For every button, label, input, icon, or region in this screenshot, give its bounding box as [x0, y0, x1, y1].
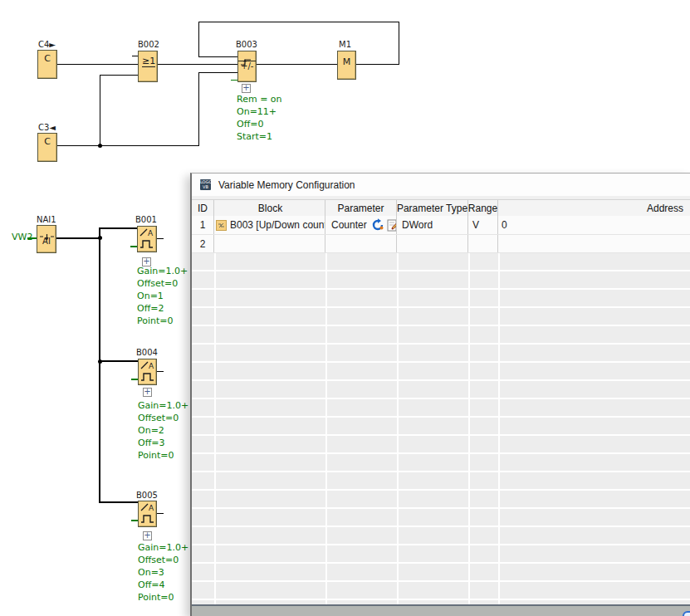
wire [57, 64, 138, 65]
wire [257, 64, 337, 65]
svg-text:A: A [148, 229, 154, 237]
wire [198, 56, 237, 57]
param-line: Off=2 [137, 302, 188, 315]
wire [57, 145, 199, 146]
wire [198, 72, 237, 73]
row-id: 2 [192, 235, 214, 252]
column-header-parameter-type: Parameter Type [397, 200, 468, 217]
open-input-tick [131, 379, 138, 380]
param-line: Gain=1.0+ [137, 265, 188, 277]
expand-button-b004[interactable]: + [143, 388, 152, 397]
wire-analog-trunk [99, 228, 100, 503]
block-mini-icon [216, 220, 227, 231]
network-symbol [37, 226, 56, 237]
block-label: C4► [38, 40, 56, 49]
svg-text:A: A [149, 504, 154, 512]
table-empty-area [192, 253, 690, 604]
expand-button-b003[interactable]: + [242, 84, 251, 93]
logo-soft-comfort-window: C4► C3◄ B002 B003 M1 NAI1 B001 B004 B005… [0, 0, 690, 616]
counter-block-c4[interactable]: C [37, 50, 57, 79]
column-header-address: Address [498, 200, 690, 217]
table-row[interactable]: 2 [192, 235, 690, 253]
edge-symbol [238, 51, 256, 61]
junction-dot [98, 359, 102, 364]
wire-feedback [198, 22, 399, 22]
param-line: On=11+ [237, 105, 282, 118]
counter-block-c3[interactable]: C [37, 133, 57, 162]
row-parameter-type-cell[interactable] [397, 235, 468, 252]
junction-dot [98, 236, 102, 240]
b001-parameters: Gain=1.0+ Offset=0 On=1 Off=2 Point=0 [137, 265, 188, 327]
open-input-tick [131, 520, 138, 521]
open-input-tick [231, 80, 237, 81]
block-symbol: M [338, 56, 355, 67]
analog-trigger-symbol: A [139, 501, 157, 526]
param-line: Point=0 [138, 591, 188, 604]
column-header-parameter: Parameter [325, 200, 397, 217]
param-line: On=1 [137, 290, 188, 302]
analog-trigger-symbol: A [139, 359, 157, 384]
block-symbol: C [38, 136, 56, 147]
block-label: B002 [138, 40, 159, 49]
row-range-cell[interactable] [468, 235, 498, 252]
updown-counter-block-b003[interactable]: +/- [237, 51, 257, 82]
row-range-cell[interactable]: V [468, 216, 498, 234]
dialog-titlebar[interactable]: LOGOVB Variable Memory Configuration [192, 174, 690, 196]
network-input-label: VW2 [12, 232, 32, 242]
analog-threshold-block-b001[interactable]: A [137, 226, 157, 252]
param-line: Off=0 [237, 118, 282, 130]
wire [399, 22, 399, 65]
refresh-icon[interactable] [371, 218, 384, 232]
wire [100, 75, 100, 146]
analog-threshold-block-b005[interactable]: A [138, 501, 157, 527]
param-line: Off=3 [138, 437, 188, 449]
b003-parameters: Rem = on On=11+ Off=0 Start=1 [237, 93, 282, 143]
wire-stub [157, 513, 164, 514]
param-line: Point=0 [137, 315, 188, 327]
variable-memory-configuration-dialog: LOGOVB Variable Memory Configuration ID … [190, 173, 690, 616]
svg-text:A: A [149, 362, 154, 370]
expand-button-b005[interactable]: + [143, 531, 152, 540]
block-label: M1 [339, 40, 351, 49]
row-block-cell[interactable] [214, 235, 325, 252]
wire [198, 22, 199, 57]
row-parameter-cell[interactable]: Counter [325, 216, 397, 234]
junction-dot [98, 144, 102, 148]
block-label: C3◄ [38, 123, 56, 132]
param-line: On=3 [138, 566, 188, 579]
dialog-title: Variable Memory Configuration [218, 179, 355, 191]
row-id: 1 [192, 216, 214, 234]
edit-icon[interactable] [387, 218, 397, 232]
param-line: Rem = on [237, 93, 282, 105]
param-line: Offset=0 [138, 554, 188, 566]
wire-stub [157, 238, 164, 239]
wire [158, 64, 237, 65]
or-symbol: ≥1 [142, 56, 155, 67]
b005-parameters: Gain=1.0+ Offset=0 On=3 Off=4 Point=0 [138, 541, 188, 604]
analog-threshold-block-b004[interactable]: A [138, 359, 157, 385]
wire-analog [99, 360, 139, 362]
wire [100, 75, 138, 76]
block-label: B001 [135, 215, 157, 224]
wire-stub [157, 371, 164, 372]
row-parameter-type-cell[interactable]: DWord [397, 216, 468, 234]
block-label: B004 [136, 348, 158, 357]
param-line: Offset=0 [137, 277, 188, 290]
row-address-cell[interactable] [498, 235, 690, 252]
wire-stub [132, 56, 138, 56]
row-parameter-cell[interactable] [325, 235, 397, 252]
memory-block-m1[interactable]: M [337, 51, 356, 80]
wire-analog [56, 237, 100, 239]
row-address-cell[interactable]: 0 [498, 216, 690, 234]
or-block-b002[interactable]: ≥1 [138, 51, 158, 82]
wire-analog [99, 227, 138, 229]
b004-parameters: Gain=1.0+ Offset=0 On=2 Off=3 Point=0 [138, 399, 188, 462]
param-line: On=2 [138, 424, 188, 437]
param-line: Gain=1.0+ [138, 541, 188, 554]
wire [356, 64, 399, 65]
network-analog-input-block-nai1[interactable]: AI [37, 225, 56, 253]
block-label: NAI1 [37, 215, 56, 224]
ok-button-partial[interactable] [683, 611, 690, 616]
table-row[interactable]: 1 B003 [Up/Down counter] Counter [192, 216, 690, 235]
row-block-cell[interactable]: B003 [Up/Down counter] [214, 216, 325, 234]
